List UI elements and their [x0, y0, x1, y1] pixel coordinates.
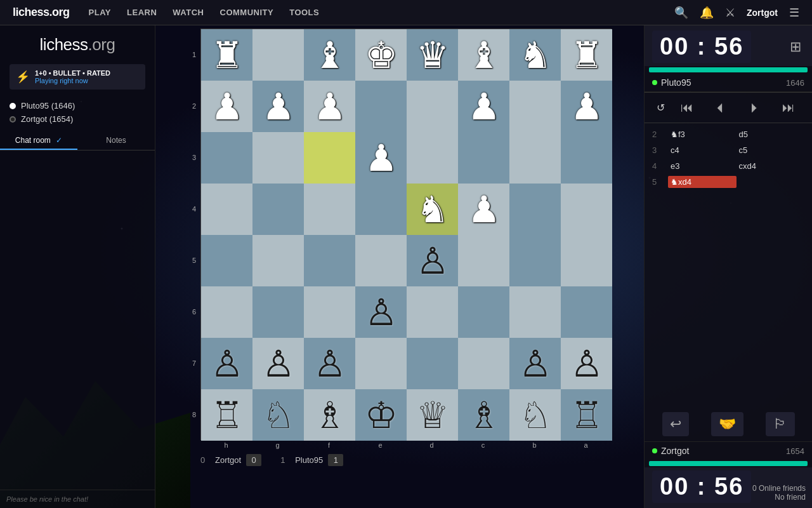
cell-d7[interactable] — [407, 338, 458, 389]
cell-a6[interactable] — [561, 286, 612, 338]
cell-b5[interactable] — [509, 235, 561, 286]
cell-f3[interactable] — [304, 132, 355, 184]
cell-g2[interactable]: ♟ — [252, 81, 304, 132]
cell-c3[interactable] — [458, 132, 509, 184]
cell-c5[interactable] — [458, 235, 509, 286]
cell-f4[interactable] — [304, 184, 355, 235]
piece-f2: ♟ — [313, 88, 346, 125]
cell-g4[interactable] — [252, 184, 304, 235]
cell-b3[interactable] — [509, 132, 561, 184]
cell-a4[interactable] — [561, 184, 612, 235]
cell-f1[interactable]: ♝ — [304, 29, 355, 81]
cell-e1[interactable]: ♚ — [355, 29, 407, 81]
skip-last-btn[interactable]: ⏭ — [777, 98, 800, 117]
move-2-white[interactable]: ♞f3 — [668, 128, 737, 140]
cell-b8[interactable]: ♘ — [509, 389, 561, 441]
site-name: lichess — [13, 6, 49, 18]
cell-a3[interactable] — [561, 132, 612, 184]
cell-a2[interactable]: ♟ — [561, 81, 612, 132]
cell-e8[interactable]: ♔ — [355, 389, 407, 441]
cell-b6[interactable] — [509, 286, 561, 338]
cell-c1[interactable]: ♝ — [458, 29, 509, 81]
cell-c4[interactable]: ♟ — [458, 184, 509, 235]
nav-community[interactable]: COMMUNITY — [220, 8, 274, 17]
move-5-white[interactable]: ♞xd4 — [668, 176, 737, 188]
move-4-black[interactable]: cxd4 — [737, 160, 805, 172]
move-4-white[interactable]: e3 — [668, 160, 737, 172]
cell-e6[interactable]: ♙ — [355, 286, 407, 338]
cell-e5[interactable] — [355, 235, 407, 286]
nav-watch[interactable]: WATCH — [173, 8, 204, 17]
site-logo[interactable]: lichess.org — [13, 6, 70, 19]
prev-move-btn[interactable]: ⏴ — [709, 98, 732, 117]
cell-h4[interactable] — [201, 184, 252, 235]
cell-c2[interactable]: ♟ — [458, 81, 509, 132]
cell-g5[interactable] — [252, 235, 304, 286]
file-a: a — [560, 441, 612, 449]
cell-f7[interactable]: ♙ — [304, 338, 355, 389]
cell-e3[interactable]: ♟ — [355, 132, 407, 184]
board-wrapper: 1 2 3 4 5 6 7 8 ♜ ♝ ♚ — [188, 29, 612, 466]
cell-b7[interactable]: ♙ — [509, 338, 561, 389]
move-3-black[interactable]: c5 — [737, 144, 805, 156]
cell-f6[interactable] — [304, 286, 355, 338]
cell-h5[interactable] — [201, 235, 252, 286]
cell-f5[interactable] — [304, 235, 355, 286]
chess-board[interactable]: ♜ ♝ ♚ ♛ ♝ ♞ ♜ ♟ ♟ ♟ ♟ ♟ — [200, 29, 612, 440]
cell-g3[interactable] — [252, 132, 304, 184]
cell-d4[interactable]: ♞ — [407, 184, 458, 235]
tab-notes[interactable]: Notes — [77, 132, 155, 150]
nav-tools[interactable]: TOOLS — [289, 8, 319, 17]
hamburger-icon[interactable]: ☰ — [789, 6, 799, 20]
clock-add-top[interactable]: ⊞ — [787, 36, 804, 58]
cell-g1[interactable] — [252, 29, 304, 81]
cell-a7[interactable]: ♙ — [561, 338, 612, 389]
nav-play[interactable]: PLAY — [89, 8, 111, 17]
cell-e4[interactable] — [355, 184, 407, 235]
cell-g7[interactable]: ♙ — [252, 338, 304, 389]
cell-a5[interactable] — [561, 235, 612, 286]
cell-h8[interactable]: ♖ — [201, 389, 252, 441]
move-2-black[interactable]: d5 — [737, 128, 805, 140]
cell-d5[interactable]: ♙ — [407, 235, 458, 286]
cell-c7[interactable] — [458, 338, 509, 389]
move-5-black[interactable] — [737, 181, 805, 184]
skip-first-btn[interactable]: ⏮ — [676, 98, 698, 117]
cell-h6[interactable] — [201, 286, 252, 338]
cell-b2[interactable] — [509, 81, 561, 132]
next-move-btn[interactable]: ⏵ — [743, 98, 766, 117]
crossed-swords-icon[interactable]: ⚔ — [725, 6, 735, 20]
cell-d8[interactable]: ♕ — [407, 389, 458, 441]
cell-e2[interactable] — [355, 81, 407, 132]
nav-learn[interactable]: LEARN — [127, 8, 157, 17]
chat-area[interactable] — [0, 150, 155, 490]
cell-h3[interactable] — [201, 132, 252, 184]
cell-c6[interactable] — [458, 286, 509, 338]
bell-icon[interactable]: 🔔 — [700, 6, 714, 20]
cell-a8[interactable]: ♖ — [561, 389, 612, 441]
cell-h7[interactable]: ♙ — [201, 338, 252, 389]
cell-f8[interactable]: ♗ — [304, 389, 355, 441]
cell-d3[interactable] — [407, 132, 458, 184]
cell-b1[interactable]: ♞ — [509, 29, 561, 81]
draw-btn[interactable]: 🤝 — [711, 412, 743, 436]
move-3-white[interactable]: c4 — [668, 144, 737, 156]
tab-chat-room[interactable]: Chat room ✓ — [0, 132, 77, 150]
cell-a1[interactable]: ♜ — [561, 29, 612, 81]
cell-b4[interactable] — [509, 184, 561, 235]
cell-d1[interactable]: ♛ — [407, 29, 458, 81]
cell-h1[interactable]: ♜ — [201, 29, 252, 81]
username-display[interactable]: Zortgot — [747, 8, 778, 18]
cell-h2[interactable]: ♟ — [201, 81, 252, 132]
search-icon[interactable]: 🔍 — [674, 6, 688, 20]
flip-icon[interactable]: ↺ — [657, 102, 665, 114]
cell-d6[interactable] — [407, 286, 458, 338]
cell-f2[interactable]: ♟ — [304, 81, 355, 132]
undo-btn[interactable]: ↩ — [662, 412, 689, 436]
cell-d2[interactable] — [407, 81, 458, 132]
cell-g6[interactable] — [252, 286, 304, 338]
resign-btn[interactable]: 🏳 — [766, 412, 795, 436]
cell-e7[interactable] — [355, 338, 407, 389]
cell-c8[interactable]: ♗ — [458, 389, 509, 441]
cell-g8[interactable]: ♘ — [252, 389, 304, 441]
